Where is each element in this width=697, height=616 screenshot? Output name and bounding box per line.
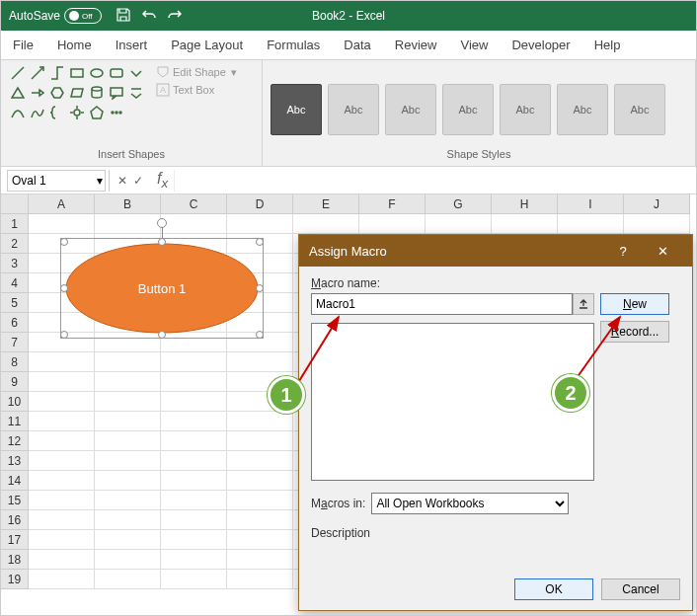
cell[interactable] (29, 392, 95, 412)
cell[interactable] (29, 491, 95, 510)
shape-hexagon-icon[interactable] (48, 84, 66, 102)
row-header[interactable]: 19 (1, 570, 29, 589)
style-swatch-5[interactable]: Abc (500, 84, 551, 135)
cell[interactable] (293, 214, 359, 234)
row-header[interactable]: 13 (1, 451, 29, 471)
cell[interactable] (558, 214, 624, 234)
style-swatch-7[interactable]: Abc (614, 84, 665, 135)
shape-curve-icon[interactable] (9, 104, 27, 121)
rotate-handle[interactable] (157, 218, 167, 228)
cell[interactable] (29, 352, 95, 372)
cell[interactable] (227, 550, 293, 570)
resize-handle[interactable] (256, 284, 264, 292)
cell[interactable] (227, 431, 293, 451)
autosave-toggle[interactable]: AutoSave Off (9, 8, 102, 24)
row-header[interactable]: 12 (1, 431, 29, 451)
tab-formulas[interactable]: Formulas (265, 34, 322, 56)
tab-developer[interactable]: Developer (509, 34, 572, 56)
row-header[interactable]: 14 (1, 471, 29, 491)
cell[interactable] (29, 550, 95, 570)
cell[interactable] (29, 510, 95, 530)
tab-home[interactable]: Home (55, 34, 94, 56)
style-swatch-3[interactable]: Abc (385, 84, 436, 135)
shape-more-icon[interactable] (108, 104, 125, 121)
resize-handle[interactable] (256, 331, 264, 339)
col-header[interactable]: H (492, 194, 558, 214)
shape-line-arrow-icon[interactable] (29, 64, 46, 82)
col-header[interactable]: D (227, 194, 293, 214)
row-header[interactable]: 3 (1, 254, 29, 273)
shape-arrow-icon[interactable] (29, 84, 46, 102)
shape-pentagon-icon[interactable] (88, 104, 106, 121)
cell[interactable] (29, 412, 95, 431)
shape-oval-icon[interactable] (88, 64, 106, 82)
cell[interactable] (161, 392, 227, 412)
redo-icon[interactable] (167, 7, 183, 26)
col-header[interactable]: E (293, 194, 359, 214)
row-header[interactable]: 7 (1, 333, 29, 352)
col-header[interactable]: C (161, 194, 227, 214)
macro-list[interactable] (311, 323, 594, 481)
shape-parallelogram-icon[interactable] (68, 84, 86, 102)
cell[interactable] (161, 471, 227, 491)
shape-triangle-icon[interactable] (9, 84, 27, 102)
col-header[interactable]: A (29, 194, 95, 214)
toggle-switch[interactable]: Off (64, 8, 102, 24)
cell[interactable] (29, 451, 95, 471)
tab-page-layout[interactable]: Page Layout (169, 34, 245, 56)
formula-input[interactable] (174, 170, 696, 192)
row-header[interactable]: 17 (1, 530, 29, 550)
undo-icon[interactable] (141, 7, 157, 26)
tab-file[interactable]: File (11, 34, 36, 56)
cell[interactable] (227, 570, 293, 589)
cell[interactable] (161, 550, 227, 570)
col-header[interactable]: F (359, 194, 426, 214)
cell[interactable] (624, 214, 690, 234)
style-swatch-1[interactable]: Abc (271, 84, 322, 135)
resize-handle[interactable] (158, 331, 166, 339)
resize-handle[interactable] (60, 331, 68, 339)
row-header[interactable]: 10 (1, 392, 29, 412)
shape-freeform-icon[interactable] (29, 104, 46, 121)
resize-handle[interactable] (60, 238, 68, 246)
resize-handle[interactable] (158, 238, 166, 246)
name-box[interactable]: Oval 1 ▾ (7, 170, 106, 192)
gallery-more-icon[interactable] (127, 84, 145, 102)
cell[interactable] (95, 392, 161, 412)
cell[interactable] (227, 451, 293, 471)
cell[interactable] (29, 431, 95, 451)
cell[interactable] (95, 451, 161, 471)
chevron-down-icon[interactable]: ▾ (97, 174, 103, 188)
cell[interactable] (29, 570, 95, 589)
cell[interactable] (29, 530, 95, 550)
cancel-entry-icon[interactable]: ✕ (117, 174, 127, 188)
cancel-button[interactable]: Cancel (601, 578, 680, 600)
tab-insert[interactable]: Insert (114, 34, 150, 56)
ok-button[interactable]: OK (514, 578, 593, 600)
cell[interactable] (161, 431, 227, 451)
cell[interactable] (359, 214, 426, 234)
style-swatch-6[interactable]: Abc (557, 84, 608, 135)
cell[interactable] (492, 214, 558, 234)
cell[interactable] (161, 372, 227, 392)
help-button[interactable]: ? (603, 244, 643, 259)
cell[interactable] (227, 491, 293, 510)
resize-handle[interactable] (256, 238, 264, 246)
tab-review[interactable]: Review (393, 34, 439, 56)
macro-name-input[interactable] (311, 293, 573, 315)
col-header[interactable]: G (426, 194, 492, 214)
row-header[interactable]: 15 (1, 491, 29, 510)
shape-line-icon[interactable] (9, 64, 27, 82)
row-header[interactable]: 5 (1, 293, 29, 313)
shapes-gallery[interactable] (9, 64, 145, 148)
tab-help[interactable]: Help (592, 34, 623, 56)
cell[interactable] (29, 214, 95, 234)
shape-callout-icon[interactable] (108, 84, 125, 102)
record-button[interactable]: Record... (600, 321, 669, 343)
select-all-corner[interactable] (1, 194, 29, 214)
cell[interactable] (227, 530, 293, 550)
col-header[interactable]: I (558, 194, 624, 214)
cell[interactable] (161, 491, 227, 510)
accept-entry-icon[interactable]: ✓ (133, 174, 143, 188)
row-header[interactable]: 2 (1, 234, 29, 254)
